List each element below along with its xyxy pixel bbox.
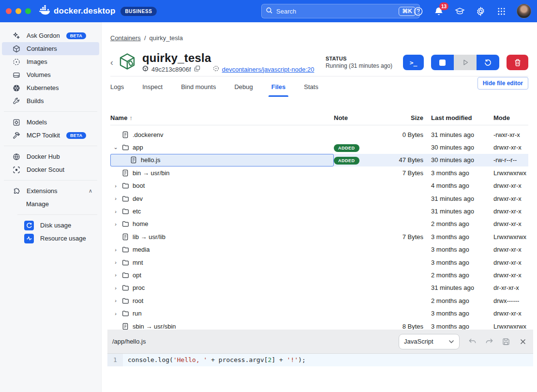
file-name: run <box>133 310 142 317</box>
sidebar-item-disk-usage[interactable]: Disk usage <box>2 219 99 232</box>
help-icon[interactable] <box>413 6 423 16</box>
close-editor-icon[interactable] <box>519 337 527 346</box>
tab[interactable]: Logs <box>110 76 124 97</box>
user-avatar[interactable] <box>517 4 531 18</box>
play-icon <box>462 59 469 66</box>
file-row[interactable]: ›⌄ sbin → usr/sbin 8 Bytes 3 months ago … <box>110 320 528 330</box>
sidebar-item-kubernetes[interactable]: Kubernetes <box>2 81 99 94</box>
hide-file-editor-button[interactable]: Hide file editor <box>477 77 528 90</box>
file-row[interactable]: ›⌄ boot 4 months ago drwxr-xr-x <box>110 180 528 192</box>
sidebar-item-resource-usage[interactable]: Resource usage <box>2 232 99 245</box>
tab[interactable]: Files <box>271 76 286 97</box>
mode-cell: drwxr-xr-x <box>486 271 528 279</box>
sidebar-item-builds[interactable]: Builds <box>2 94 99 107</box>
open-terminal-button[interactable]: >_ <box>403 55 424 70</box>
sidebar-item-docker-hub[interactable]: Docker Hub <box>2 150 99 163</box>
expand-chevron-icon[interactable]: ›⌄ <box>113 272 118 278</box>
tab[interactable]: Stats <box>304 76 318 97</box>
sidebar-item-containers[interactable]: Containers <box>2 42 99 55</box>
language-select[interactable]: JavaScript <box>399 334 460 349</box>
tab[interactable]: Debug <box>234 76 253 97</box>
image-link[interactable]: devcontainers/javascript-node:20 <box>222 66 314 73</box>
undo-button[interactable] <box>468 337 477 346</box>
file-row[interactable]: ›⌄ media 3 months ago drwxr-xr-x <box>110 243 528 256</box>
expand-chevron-icon[interactable]: ›⌄ <box>113 285 118 291</box>
tab[interactable]: Bind mounts <box>181 76 216 97</box>
column-header-modified[interactable]: Last modified <box>423 114 486 121</box>
redo-button[interactable] <box>485 337 493 346</box>
sidebar-item-extensions[interactable]: Extensions ∧ <box>2 184 99 197</box>
notifications-bell-icon[interactable]: 13 <box>433 6 444 16</box>
file-name: hello.js <box>141 156 160 164</box>
expand-chevron-icon[interactable]: ›⌄ <box>113 298 118 303</box>
start-button-disabled[interactable] <box>454 55 477 70</box>
mode-cell: drwxr-xr-x <box>486 195 528 202</box>
expand-chevron-icon[interactable]: ›⌄ <box>113 183 118 189</box>
stop-button[interactable] <box>431 55 454 70</box>
sidebar-item-label: MCP Toolkit <box>27 132 60 139</box>
code-editor[interactable]: 1 console.log('Hello, ' + process.argv[2… <box>107 354 533 366</box>
maximize-window-button[interactable] <box>25 8 31 14</box>
search-placeholder: Search <box>276 8 395 15</box>
folder-icon <box>121 195 129 202</box>
column-header-mode[interactable]: Mode <box>486 114 528 121</box>
sidebar-item-docker-scout[interactable]: Docker Scout <box>2 163 99 176</box>
topbar-icons: 13 <box>413 0 531 22</box>
settings-gear-icon[interactable] <box>475 6 486 16</box>
tab[interactable]: Inspect <box>142 76 163 97</box>
file-row[interactable]: ›⌄ opt 2 months ago drwxr-xr-x <box>110 269 528 281</box>
sidebar-item-label: Docker Scout <box>27 166 64 173</box>
file-row[interactable]: ›⌄ root 2 months ago drwx------ <box>110 294 528 307</box>
close-window-button[interactable] <box>6 8 12 14</box>
file-row[interactable]: ›⌄ lib → usr/lib 7 Bytes 3 months ago Lr… <box>110 230 528 243</box>
file-row[interactable]: ›⌄ proc 31 minutes ago dr-xr-xr-x <box>110 282 528 294</box>
modified-cell: 31 minutes ago <box>423 131 486 138</box>
file-row[interactable]: ›⌄ home 2 months ago drwxr-xr-x <box>110 218 528 230</box>
sidebar-item-volumes[interactable]: Volumes <box>2 68 99 81</box>
sidebar-item-mcp-toolkit[interactable]: MCP Toolkit BETA <box>2 129 99 142</box>
file-row[interactable]: ›⌄ etc 31 minutes ago drwxr-xr-x <box>110 205 528 217</box>
expand-chevron-icon[interactable]: ›⌄ <box>113 311 118 317</box>
column-header-size[interactable]: Size <box>380 114 423 121</box>
expand-chevron-icon[interactable]: ›⌄ <box>113 209 118 214</box>
sidebar-item-images[interactable]: Images <box>2 55 99 68</box>
copy-icon[interactable] <box>194 65 200 73</box>
back-chevron-icon[interactable]: ‹ <box>110 58 113 67</box>
sidebar-item-label: Builds <box>27 97 44 105</box>
sidebar-item-manage-extensions[interactable]: Manage <box>2 197 99 211</box>
expand-chevron-icon[interactable]: ›⌄ <box>113 247 118 253</box>
container-name: quirky_tesla <box>142 52 314 64</box>
expand-chevron-icon[interactable]: ›⌄ <box>113 144 118 151</box>
apps-grid-icon[interactable] <box>496 6 507 16</box>
file-row[interactable]: ›⌄ mnt 3 months ago drwxr-xr-x <box>110 256 528 269</box>
file-row[interactable]: ›⌄ app ADDED 30 minutes ago drwxr-xr-x <box>110 141 528 153</box>
restart-button[interactable] <box>477 55 499 70</box>
file-row[interactable]: ›⌄ bin → usr/bin 7 Bytes 3 months ago Lr… <box>110 166 528 179</box>
file-row[interactable]: ›⌄ dev 31 minutes ago drwxr-xr-x <box>110 192 528 205</box>
delete-button[interactable] <box>507 55 528 70</box>
file-name-cell: ›⌄ bin → usr/bin <box>110 166 334 179</box>
mode-cell: drwxr-xr-x <box>486 246 528 253</box>
column-header-name[interactable]: Name↑ <box>110 114 334 121</box>
file-icon <box>121 131 129 138</box>
column-header-note[interactable]: Note <box>334 114 380 121</box>
expand-chevron-icon[interactable]: ›⌄ <box>113 259 118 265</box>
save-button[interactable] <box>502 337 510 346</box>
sidebar-item-label: Disk usage <box>40 222 71 229</box>
breadcrumb-containers-link[interactable]: Containers <box>110 34 141 42</box>
tab-label: Bind mounts <box>181 83 216 90</box>
package-updates-icon[interactable] <box>454 6 465 16</box>
file-row[interactable]: ›⌄ run 3 months ago drwxr-xr-x <box>110 307 528 319</box>
search-input[interactable]: Search ⌘K <box>261 4 420 18</box>
terminal-icon: >_ <box>410 59 418 66</box>
modified-cell: 3 months ago <box>423 233 486 241</box>
sidebar-item-ask-gordon[interactable]: Ask Gordon BETA <box>2 29 99 42</box>
mode-cell: drwx------ <box>486 297 528 304</box>
expand-chevron-icon[interactable]: ›⌄ <box>113 221 118 227</box>
file-row[interactable]: ›⌄ .dockerenv 0 Bytes 31 minutes ago -rw… <box>110 128 528 141</box>
sidebar-item-models[interactable]: Models <box>2 116 99 129</box>
expand-chevron-icon[interactable]: ›⌄ <box>113 196 118 201</box>
minimize-window-button[interactable] <box>15 8 21 14</box>
file-row[interactable]: ›⌄ hello.js ADDED 47 Bytes 30 minutes ag… <box>110 154 528 166</box>
sidebar-item-label: Resource usage <box>40 235 86 242</box>
